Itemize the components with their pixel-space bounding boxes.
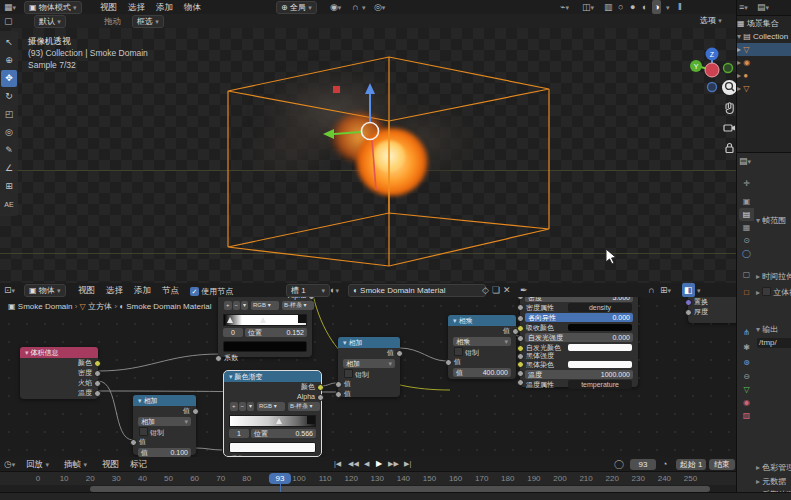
frame-end-field[interactable]: 结束 150 <box>709 459 735 470</box>
shader-type-dropdown[interactable]: ▣ 物体 ▾ <box>24 284 66 297</box>
clamp-checkbox[interactable] <box>454 347 463 356</box>
jump-start-button[interactable]: |◀ <box>334 457 341 471</box>
node-header[interactable]: ▾ 相加 <box>133 395 196 406</box>
temperature-field[interactable]: 温度1000.000 <box>525 370 633 379</box>
operation-dropdown[interactable]: 相加▾ <box>138 417 191 426</box>
socket-value-in[interactable] <box>445 359 452 366</box>
density-attribute-field[interactable]: density <box>568 303 632 312</box>
tab-tool[interactable]: ✛ <box>739 177 754 190</box>
pin-icon[interactable]: ✒ <box>520 283 528 297</box>
node-menu-view[interactable]: 视图 <box>78 283 95 297</box>
socket-temperature-in[interactable] <box>517 370 524 377</box>
zoom-icon[interactable] <box>722 80 736 95</box>
stereoscopy-checkbox[interactable] <box>762 287 771 296</box>
stop-position-field[interactable]: 位置0.566 <box>251 429 316 438</box>
socket-temperature-out[interactable] <box>94 390 101 397</box>
proportional-edit-icon[interactable]: ◎▾ <box>374 0 385 15</box>
pivot-point-icon[interactable]: ◉▾ <box>330 0 341 15</box>
outliner-item-smoke-domain[interactable]: ▸ ▽ <box>737 43 791 56</box>
tab-object[interactable]: □ <box>739 286 754 299</box>
socket-density-in[interactable] <box>517 297 524 300</box>
node-menu-add[interactable]: 添加 <box>134 283 151 297</box>
socket-value-out[interactable] <box>396 350 403 357</box>
timeline-ruler[interactable]: 0102030405060708090100110120130140150160… <box>0 471 736 493</box>
emission-color-swatch[interactable] <box>568 344 632 351</box>
ramp-handle[interactable] <box>276 418 282 424</box>
socket-flame-out[interactable] <box>94 380 101 387</box>
editor-type-3dview-icon[interactable]: ▦▾ <box>4 0 16 15</box>
editor-type-timeline-icon[interactable]: ◷▾ <box>4 457 15 472</box>
playhead-badge[interactable]: 93 <box>269 473 291 484</box>
outliner-item-monkey[interactable]: ▸ ◉ <box>737 56 791 69</box>
node-colorramp-top[interactable]: Alpha +−▾ RGB ▾ B-样条 ▾ 0 位置0.152 系数 <box>218 297 312 357</box>
menu-view[interactable]: 视图 <box>100 0 117 14</box>
tab-particles[interactable]: ✱ <box>739 341 754 354</box>
value-field[interactable]: 值400.000 <box>453 368 511 377</box>
use-preview-range-icon[interactable]: ◔ <box>662 457 667 471</box>
socket-alpha-out[interactable] <box>317 394 324 401</box>
outliner-scene-collection[interactable]: ▦ 场景集合 <box>737 17 791 30</box>
tab-texture[interactable]: ▨ <box>739 409 754 422</box>
measure-tool-icon[interactable]: ∠ <box>1 160 17 177</box>
next-keyframe-button[interactable]: ▶▶ <box>388 457 399 471</box>
tab-world[interactable]: ◯ <box>739 247 754 260</box>
node-colorramp-2[interactable]: ▾ 颜色渐变 颜色 Alpha +−▾ RGB ▾ B-样条 ▾ 1 位置0.5… <box>224 371 321 456</box>
panel-post-processing[interactable]: ▸ 后期处理 <box>756 489 791 492</box>
socket-displacement-in[interactable] <box>685 299 692 306</box>
editor-type-shader-icon[interactable]: ⊡▾ <box>4 283 15 298</box>
material-name-field[interactable]: ◐ Smoke Domain Material <box>348 284 486 297</box>
temperature-attribute-field[interactable]: temperature <box>568 380 632 389</box>
panel-time-stretch[interactable]: ▸ 时间拉伸 <box>756 271 791 282</box>
node-header[interactable]: ▾ 体积信息 <box>20 347 98 358</box>
current-frame-field[interactable]: 93 <box>630 459 656 470</box>
remove-stop-button[interactable]: − <box>239 402 247 411</box>
ramp-options-button[interactable]: ▾ <box>247 402 254 411</box>
tab-physics[interactable]: ⊛ <box>739 356 754 369</box>
jump-end-button[interactable]: ▶| <box>404 457 411 471</box>
annotate-tool-icon[interactable]: ✎ <box>1 142 17 159</box>
panel-color-management[interactable]: ▸ 色彩管理 <box>756 462 791 473</box>
node-snap-mode-icon[interactable]: ⊞▾ <box>660 283 671 298</box>
value-field[interactable]: 值0.100 <box>138 448 191 457</box>
menu-playback[interactable]: 回放 ▾ <box>26 457 49 472</box>
socket-value-in[interactable] <box>130 439 137 446</box>
operation-dropdown[interactable]: 相乘▾ <box>453 337 511 346</box>
menu-marker[interactable]: 标记 <box>130 457 147 471</box>
shading-dropdown-icon[interactable]: ▾ <box>666 0 670 15</box>
stop-position-field[interactable]: 位置0.152 <box>245 328 307 337</box>
drag-mode-dropdown[interactable]: 框选 ▾ <box>132 15 164 28</box>
socket-value-in[interactable] <box>335 391 342 398</box>
tab-render[interactable]: ▣ <box>739 195 754 208</box>
node-overlays-icon[interactable]: ◧ <box>682 283 695 297</box>
operation-dropdown[interactable]: 相加▾ <box>343 359 395 368</box>
color-mode-dropdown[interactable]: RGB ▾ <box>257 402 285 411</box>
ramp-handle[interactable] <box>227 317 233 323</box>
clamp-checkbox[interactable] <box>139 427 148 436</box>
panel-frame-range[interactable]: ▾ 帧范围 <box>756 215 791 226</box>
menu-object[interactable]: 物体 <box>184 0 201 14</box>
tab-object-data[interactable]: ▽ <box>739 383 754 396</box>
socket-emission-strength-in[interactable] <box>517 335 524 342</box>
tab-view-layer[interactable]: ▦ <box>739 221 754 234</box>
panel-stereoscopy[interactable]: ▸ 立体视觉 <box>756 287 791 298</box>
gradient-bar[interactable] <box>223 314 307 326</box>
socket-temperature-attr-in[interactable] <box>517 379 524 386</box>
outliner-filter-icon[interactable]: ≡▾ <box>739 0 748 15</box>
socket-blackbody-intensity-in[interactable] <box>517 353 524 360</box>
frame-start-field[interactable]: 起始 1 <box>676 459 706 470</box>
anisotropy-field[interactable]: 各向异性0.000 <box>525 313 633 322</box>
ramp-handle[interactable] <box>260 317 266 323</box>
node-material-output[interactable]: 置换 厚度 <box>688 297 736 323</box>
socket-fac-in[interactable] <box>215 355 222 362</box>
interpolation-dropdown[interactable]: B-样条 ▾ <box>282 301 314 310</box>
overlays-icon[interactable]: ◫▾ <box>582 0 594 15</box>
node-menu-node[interactable]: 节点 <box>162 283 179 297</box>
tab-modifiers[interactable]: ⋔ <box>739 326 754 339</box>
use-nodes-checkbox[interactable]: ✓ 使用节点 <box>190 286 233 297</box>
node-math-add-2[interactable]: ▾ 相加 值 相加▾ 钳制 值 值 <box>338 337 400 397</box>
prev-keyframe-button[interactable]: ◀◀ <box>348 457 359 471</box>
ramp-options-button[interactable]: ▾ <box>241 301 248 310</box>
node-math-add-1[interactable]: ▾ 相加 值 相加▾ 钳制 值 值0.100 <box>133 395 196 455</box>
stop-index-field[interactable]: 0 <box>223 328 243 337</box>
node-menu-select[interactable]: 选择 <box>106 283 123 297</box>
